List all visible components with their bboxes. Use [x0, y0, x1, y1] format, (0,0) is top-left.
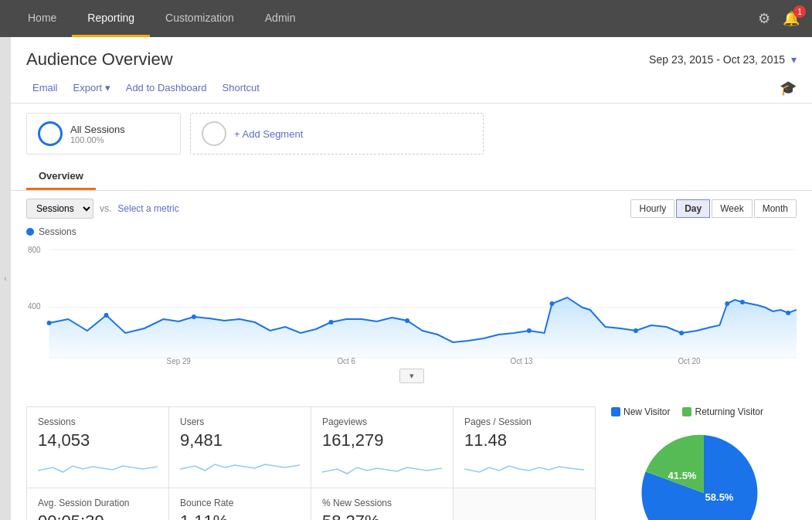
- nav-icons: ⚙ 🔔: [758, 10, 800, 27]
- metric-avg-session: Avg. Session Duration 00:05:39: [27, 488, 169, 520]
- svg-text:Oct 13: Oct 13: [510, 357, 533, 365]
- add-to-dashboard-button[interactable]: Add to Dashboard: [120, 79, 213, 97]
- sessions-dropdown[interactable]: Sessions: [26, 199, 93, 219]
- segments-area: All Sessions 100.00% + Add Segment: [11, 104, 812, 164]
- svg-marker-5: [49, 297, 797, 358]
- chart-area: Sessions 800 400: [11, 226, 812, 394]
- settings-icon[interactable]: ⚙: [758, 10, 770, 27]
- metric-bounce-rate: Bounce Rate 1.11%: [169, 488, 311, 520]
- add-segment-box[interactable]: + Add Segment: [190, 113, 484, 155]
- svg-point-9: [329, 320, 334, 325]
- nav-tab-home[interactable]: Home: [12, 0, 72, 37]
- help-icon[interactable]: 🎓: [780, 80, 797, 96]
- tab-overview[interactable]: Overview: [26, 164, 96, 190]
- nav-tab-reporting[interactable]: Reporting: [72, 0, 150, 37]
- metric-new-sessions-value: 58.27%: [322, 512, 442, 520]
- metric-pages-session-value: 11.48: [464, 430, 584, 450]
- sessions-legend-dot: [26, 228, 34, 236]
- sidebar-toggle[interactable]: ‹: [0, 37, 11, 520]
- scroll-btn[interactable]: ▾: [399, 369, 424, 383]
- nav-tab-customization[interactable]: Customization: [150, 0, 250, 37]
- metric-sessions-label: Sessions: [38, 416, 158, 427]
- metric-new-sessions: % New Sessions 58.27%: [311, 488, 454, 520]
- svg-point-12: [549, 301, 554, 306]
- date-range-text: Sep 23, 2015 - Oct 23, 2015: [649, 53, 785, 66]
- pie-chart: 58.5% 41.5%: [634, 423, 773, 520]
- svg-text:800: 800: [28, 246, 41, 254]
- toolbar-right: 🎓: [780, 80, 797, 97]
- pie-section: New Visitor Returning Visitor: [596, 406, 797, 520]
- metrics-section: Sessions 14,053 Users 9,481: [11, 394, 812, 520]
- chart-controls: Sessions vs. Select a metric Hourly Day …: [11, 191, 812, 226]
- svg-point-6: [47, 321, 52, 325]
- metric-users-label: Users: [180, 416, 300, 427]
- svg-text:Oct 20: Oct 20: [678, 357, 701, 365]
- nav-tabs: Home Reporting Customization Admin: [12, 0, 758, 37]
- metrics-grid: Sessions 14,053 Users 9,481: [26, 406, 596, 520]
- shortcut-button[interactable]: Shortcut: [216, 79, 266, 97]
- metric-avg-session-label: Avg. Session Duration: [38, 498, 158, 508]
- metric-bounce-rate-value: 1.11%: [180, 512, 300, 520]
- metric-sessions: Sessions 14,053: [27, 407, 169, 488]
- metric-pageviews: Pageviews 161,279: [311, 407, 454, 488]
- export-button[interactable]: Export ▾: [67, 79, 117, 97]
- vs-label: vs.: [100, 203, 111, 214]
- legend-new-visitor: New Visitor: [611, 406, 670, 417]
- page-title: Audience Overview: [26, 49, 173, 70]
- metric-avg-session-value: 00:05:39: [38, 512, 158, 520]
- chart-legend: Sessions: [26, 226, 797, 242]
- segment-circle: [38, 121, 63, 146]
- time-buttons: Hourly Day Week Month: [630, 199, 797, 218]
- pie-legend: New Visitor Returning Visitor: [611, 406, 763, 417]
- add-segment-circle: [202, 121, 226, 146]
- svg-point-10: [405, 318, 409, 323]
- metric-pageviews-value: 161,279: [322, 430, 442, 450]
- svg-point-17: [786, 311, 790, 315]
- sessions-legend-label: Sessions: [39, 226, 76, 237]
- main-content: Audience Overview Sep 23, 2015 - Oct 23,…: [11, 37, 812, 520]
- segment-pct: 100.00%: [70, 135, 125, 144]
- export-label: Export: [73, 82, 103, 93]
- time-btn-week[interactable]: Week: [712, 199, 752, 218]
- svg-point-7: [104, 313, 109, 318]
- notifications-icon[interactable]: 🔔: [783, 10, 800, 27]
- chart-scroll-hint: ▾: [26, 365, 797, 386]
- segment-label: All Sessions: [70, 124, 125, 135]
- svg-point-14: [679, 331, 684, 335]
- svg-point-16: [740, 300, 745, 304]
- metric-sessions-value: 14,053: [38, 430, 158, 450]
- new-visitor-color: [611, 407, 620, 416]
- overview-tabs: Overview: [11, 164, 812, 191]
- new-visitor-label: New Visitor: [623, 406, 670, 417]
- time-btn-day[interactable]: Day: [676, 199, 710, 218]
- metric-pages-session: Pages / Session 11.48: [454, 407, 596, 488]
- page-header: Audience Overview Sep 23, 2015 - Oct 23,…: [11, 37, 812, 76]
- export-dropdown-icon: ▾: [105, 82, 110, 93]
- metric-new-sessions-label: % New Sessions: [322, 498, 442, 508]
- metric-pages-session-sparkline: [464, 455, 584, 478]
- svg-text:41.5%: 41.5%: [668, 470, 697, 481]
- top-nav: Home Reporting Customization Admin ⚙ 🔔: [0, 0, 812, 37]
- metric-pageviews-sparkline: [322, 455, 442, 478]
- chart-container: 800 400: [26, 242, 797, 365]
- metric-users: Users 9,481: [169, 407, 311, 488]
- returning-visitor-color: [682, 407, 691, 416]
- returning-visitor-label: Returning Visitor: [695, 406, 763, 417]
- svg-point-15: [725, 301, 729, 306]
- svg-point-8: [192, 314, 196, 319]
- metric-users-sparkline: [180, 455, 300, 478]
- select-metric-link[interactable]: Select a metric: [117, 203, 178, 214]
- metric-bounce-rate-label: Bounce Rate: [180, 498, 300, 508]
- metric-sessions-sparkline: [38, 455, 158, 478]
- time-btn-month[interactable]: Month: [754, 199, 797, 218]
- time-btn-hourly[interactable]: Hourly: [630, 199, 674, 218]
- nav-tab-admin[interactable]: Admin: [250, 0, 311, 37]
- email-button[interactable]: Email: [26, 79, 64, 97]
- date-range-picker[interactable]: Sep 23, 2015 - Oct 23, 2015 ▾: [649, 53, 797, 66]
- svg-point-11: [527, 328, 532, 333]
- svg-text:Sep 29: Sep 29: [167, 357, 192, 365]
- metric-users-value: 9,481: [180, 430, 300, 450]
- svg-point-13: [634, 328, 638, 333]
- segment-all-sessions[interactable]: All Sessions 100.00%: [26, 113, 181, 155]
- svg-text:58.5%: 58.5%: [705, 491, 734, 503]
